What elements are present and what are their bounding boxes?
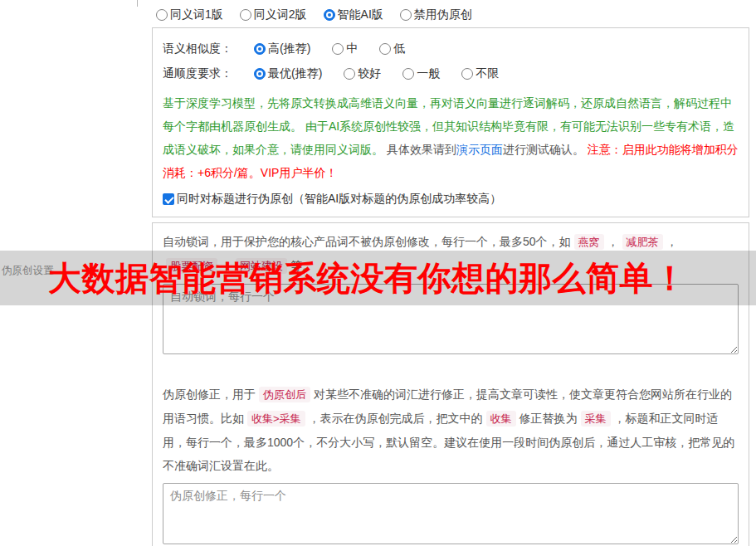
mode-radio-group: 同义词1版 同义词2版 智能AI版 禁用伪原创 [156,7,751,22]
example-keyword: 股票配资 [166,258,217,274]
mode-option-smart-ai[interactable]: 智能AI版 [324,7,383,22]
example-keyword: 网站建设 [236,258,287,274]
similarity-option-high[interactable]: 高(推荐) [254,41,310,56]
lock-words-text: 自动锁词，用于保护您的核心产品词不被伪原创修改，每行一个，最多50个，如 [163,235,571,248]
title-pseudo-original-checkbox-row[interactable]: 同时对标题进行伪原创（智能AI版对标题的伪原创成功率较高） [163,192,739,207]
mode-option-label: 禁用伪原创 [414,7,472,22]
radio-icon[interactable] [240,9,251,21]
fluency-option-label: 最优(推荐) [268,66,322,81]
keyword-separator: ， [221,259,232,272]
fluency-label: 通顺度要求： [163,66,232,81]
lock-words-panel: 自动锁词，用于保护您的核心产品词不被伪原创修改，每行一个，最多50个，如燕窝，减… [152,222,749,546]
mode-option-label: 同义词1版 [170,7,223,22]
correction-description: 伪原创修正，用于伪原创后对某些不准确的词汇进行修正，提高文章可读性，使文章更符合… [163,383,739,477]
mode-option-label: 同义词2版 [254,7,307,22]
keyword-separator: ， [666,235,678,248]
fluency-option-normal[interactable]: 一般 [402,66,440,81]
ai-description: 基于深度学习模型，先将原文转换成高维语义向量，再对语义向量进行逐词解码，还原成自… [163,91,739,184]
cropped-element-edge [137,0,138,7]
radio-checked-icon[interactable] [324,9,335,21]
fluency-option-label: 不限 [476,66,499,81]
mode-option-synonym1[interactable]: 同义词1版 [156,7,223,22]
mode-option-disable[interactable]: 禁用伪原创 [400,7,472,22]
fluency-option-label: 较好 [358,66,381,81]
ai-settings-panel: 语义相似度： 高(推荐) 中 低 通顺度要求： 最优(推荐) 较好 [152,27,749,217]
similarity-option-low[interactable]: 低 [379,41,405,56]
radio-icon[interactable] [379,43,391,55]
ai-description-plain: 具体效果请到 [383,143,456,156]
demo-page-link[interactable]: 演示页面 [456,143,503,156]
keyword-separator: ， [607,235,619,248]
checkbox-checked-icon[interactable] [163,193,174,205]
ai-description-plain2: 进行测试确认。 [503,143,588,156]
similarity-option-label: 中 [346,41,358,56]
pseudo-original-settings: 同义词1版 同义词2版 智能AI版 禁用伪原创 语义相似度： 高(推荐) 中 [152,0,751,546]
correction-example: 收集>采集 [247,411,305,427]
radio-icon[interactable] [402,68,414,80]
correction-textarea[interactable] [163,483,739,544]
fluency-option-best[interactable]: 最优(推荐) [254,66,322,81]
fluency-option-label: 一般 [417,66,440,81]
lock-words-textarea[interactable] [163,284,739,354]
radio-icon[interactable] [461,68,473,80]
lock-words-description: 自动锁词，用于保护您的核心产品词不被伪原创修改，每行一个，最多50个，如燕窝，减… [163,230,739,278]
similarity-option-label: 低 [393,41,405,56]
correction-word-from: 收集 [486,411,516,427]
radio-checked-icon[interactable] [254,43,266,55]
correction-tag: 伪原创后 [259,387,310,402]
correction-word-to: 采集 [581,411,611,427]
fluency-option-unlimited[interactable]: 不限 [461,66,499,81]
similarity-radio-group: 语义相似度： 高(推荐) 中 低 [163,37,739,61]
title-checkbox-label: 同时对标题进行伪原创（智能AI版对标题的伪原创成功率较高） [177,192,501,207]
lock-words-text-tail: 等。 [290,259,314,272]
correction-text: 修正替换为 [519,412,578,425]
mode-option-synonym2[interactable]: 同义词2版 [240,7,307,22]
fluency-option-better[interactable]: 较好 [344,66,381,81]
mode-option-label: 智能AI版 [338,7,383,22]
similarity-label: 语义相似度： [163,41,232,56]
radio-checked-icon[interactable] [254,68,266,80]
correction-text: ，表示在伪原创完成后，把文中的 [309,412,483,425]
example-keyword: 减肥茶 [622,234,663,250]
radio-icon[interactable] [400,9,412,21]
form-row-label: 伪原创设置 [2,264,54,278]
similarity-option-medium[interactable]: 中 [332,41,358,56]
fluency-radio-group: 通顺度要求： 最优(推荐) 较好 一般 不限 [163,61,739,86]
similarity-option-label: 高(推荐) [268,41,310,56]
radio-icon[interactable] [332,43,344,55]
radio-icon[interactable] [156,9,168,21]
correction-text: 伪原创修正，用于 [163,388,256,401]
radio-icon[interactable] [344,68,355,80]
example-keyword: 燕窝 [574,234,604,250]
